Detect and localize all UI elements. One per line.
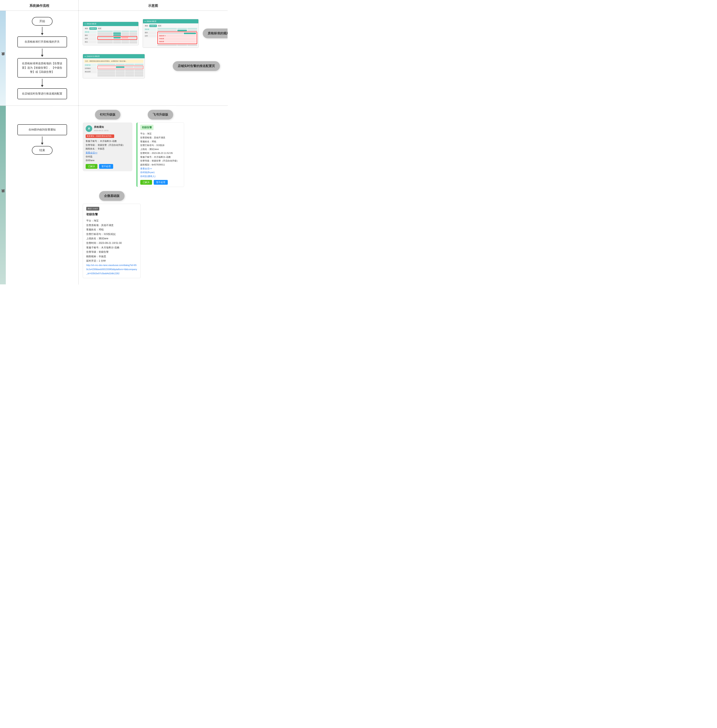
dingtalk-actions: 已解决 暂不处理: [85, 164, 130, 169]
screenshot-nav-1: 概览 质检标准 配置: [84, 27, 137, 30]
nav-item-2: 质检标准: [89, 27, 97, 30]
feishu-mention2: 你何彭(拥有人): [140, 174, 181, 178]
feishu-platform: 平台：淘宝: [140, 132, 181, 136]
feishu-upline: 上线名：测试Jane: [140, 147, 181, 151]
feishu-card: 初级告警 平台：淘宝 告警质检项：其他不满意 客服姓名：邓锐 告警打标语句：31…: [137, 122, 184, 187]
team-demo-area: 钉钉升级版 质 质检通知 2023-09-21 19:51 配置通知（初级告警自…: [79, 106, 227, 284]
flow-start-text: 开始: [39, 20, 45, 23]
wecom-card: 测试7.3 8OT 初级告警 平台：淘宝 告警质检项：其他不满意 客服姓名：邓锐…: [83, 204, 141, 279]
sidebar-quality-label: 质检组: [0, 11, 6, 105]
flow-start: 开始: [32, 17, 53, 26]
wecom-label-text: 企微基础版: [104, 194, 120, 198]
dingtalk-name: 质检通知: [94, 125, 108, 129]
dingtalk-header: 质 质检通知 2023-09-21 19:51: [85, 125, 130, 133]
wecom-field3: 客服姓名：邓锐: [86, 227, 137, 232]
flow-step2-text: 在质检标准将该质检项的【告警设置】选为【初级告警】、【中级告警】或【高级告警】: [22, 62, 62, 74]
label-quality-rule: 质检标准的规则配置页: [203, 29, 227, 38]
sidebar-team-label: 团队成员: [0, 106, 6, 284]
feishu-link[interactable]: 查看会话>>: [140, 167, 181, 171]
wecom-field8: 告警等级：初级告警: [86, 250, 137, 254]
ellipse-dingtalk: 钉钉升级版: [95, 110, 121, 120]
flow-end-text: 结束: [39, 148, 45, 152]
screenshot-table-1: [98, 30, 137, 43]
wecom-field7: 客服子账号：木月瑞希尔-花檐: [86, 245, 137, 250]
arrow-1: [41, 27, 43, 35]
dingtalk-link[interactable]: 查看会话>>: [85, 151, 130, 155]
table-row-5: [98, 42, 137, 43]
arrow-3: [41, 79, 43, 87]
ellipse-feishu: 飞书升级版: [148, 110, 173, 120]
flow-step1: 在质检标准打开质检项的开关: [17, 37, 67, 47]
screenshot-highlight-1: [98, 36, 137, 40]
dingtalk-field3: 顾客姓名： 辛振思: [85, 147, 130, 151]
feishu-qc: 告警质检项：其他不满意: [140, 136, 181, 140]
header-row: 系统操作流程 示意图: [0, 0, 227, 11]
feishu-thread: 超前规划：tb437839011: [140, 163, 181, 167]
flow-step3: 在店铺实时告警进行推送规则配置: [17, 88, 67, 99]
quality-section: 质检组 开始 在质检标准打开质检项的开关 在质检标准将该质检项的【告警设置】选为: [0, 11, 227, 106]
flow-step2: 在质检标准将该质检项的【告警设置】选为【初级告警】、【中级告警】或【高级告警】: [17, 58, 67, 78]
table-row-2: [98, 34, 137, 36]
screenshot-topbar-2: ● 质检标准配置: [143, 19, 198, 23]
dingtalk-mention2: 你何lane: [85, 158, 130, 162]
dingtalk-avatar: 质: [85, 125, 92, 132]
feishu-service: 客服姓名：邓锐: [140, 140, 181, 143]
ellipse-shop-alert: 店铺实时告警的推送配置页: [173, 61, 220, 71]
feishu-resolve-button[interactable]: 已解决: [140, 180, 152, 185]
nav-item-1: 概览: [84, 27, 89, 30]
screenshot-right-1: [98, 30, 137, 44]
wecom-title: 初级告警: [86, 212, 137, 217]
arrow-4: [41, 137, 43, 145]
screenshot-quality-rule2: ● 质检标准配置 概览 质检标准 配置 质检项 规则: [143, 19, 198, 48]
dingtalk-label-text: 钉钉升级版: [100, 113, 116, 116]
feishu-level: 告警等级：初级告警（开启自动升级）: [140, 159, 181, 163]
ellipse-wecom: 企微基础版: [99, 191, 125, 201]
wecom-field1: 平台：淘宝: [86, 219, 137, 223]
quality-flow-col: 开始 在质检标准打开质检项的开关 在质检标准将该质检项的【告警设置】选为【初级告…: [6, 11, 79, 105]
dingtalk-skip-button[interactable]: 暂不处理: [99, 164, 113, 169]
demo-row-1: ● 质检标准配置 概览 质检标准 配置 质检项 规则: [83, 19, 227, 48]
wecom-field10: 延时开启：1 分钟: [86, 259, 137, 263]
left-title-text: 系统操作流程: [29, 4, 49, 8]
right-title-text: 示意图: [148, 4, 158, 8]
feishu-skip-button[interactable]: 暂不处理: [154, 180, 168, 185]
dingtalk-field2: 告警等级： 初级告警（开启自动升级）: [85, 143, 130, 147]
table-header-row: [98, 30, 137, 32]
dingtalk-card: 质 质检通知 2023-09-21 19:51 配置通知（初级告警自动升级） 客…: [83, 122, 133, 171]
dingtalk-group: 钉钉升级版 质 质检通知 2023-09-21 19:51 配置通知（初级告警自…: [83, 110, 133, 171]
wecom-field6: 告警时间：2023-09-21 19:51:30: [86, 241, 137, 245]
wecom-test-badge: 测试7.3 8OT: [86, 207, 99, 210]
table-row-1: [98, 32, 137, 34]
screenshot-leftmenu-1: 质检项 规则 告警 推送: [84, 30, 97, 44]
feishu-title: 初级告警: [140, 125, 154, 130]
wecom-link[interactable]: http://xh-mc-dev-lane.xiaoduoai.com/dial…: [86, 263, 137, 276]
flow-end: 结束: [32, 146, 53, 155]
screenshot-body-1: 概览 质检标准 配置 质检项 规则 告警 推送: [83, 26, 139, 45]
dingtalk-resolve-button[interactable]: 已解决: [85, 164, 98, 169]
feishu-account: 客服子账号：木月瑞希尔-花檐: [140, 155, 181, 159]
feishu-group: 飞书升级版 初级告警 平台：淘宝 告警质检项：其他不满意 客服姓名：邓锐 告警打…: [137, 110, 184, 187]
highlight-dropdown: 初级告警 ▼ 中级告警 高级告警: [157, 32, 197, 44]
flow-step3-text: 在店铺实时告警进行推送规则配置: [22, 92, 62, 95]
notification-cards-row: 钉钉升级版 质 质检通知 2023-09-21 19:51 配置通知（初级告警自…: [83, 110, 223, 278]
wecom-field9: 顾客昵称：辛振思: [86, 254, 137, 259]
dingtalk-time: 2023-09-21 19:51: [94, 129, 108, 132]
dingtalk-tag: 配置通知（初级告警自动升级）: [85, 134, 114, 138]
page-wrapper: 系统操作流程 示意图 质检组 开始 在质检标准打开质检项的开关: [0, 0, 227, 284]
team-flow-col: 在IM群内收到告警通知 结束: [6, 106, 79, 284]
highlight-row: [98, 65, 143, 69]
flow-step4-text: 在IM群内收到告警通知: [29, 128, 56, 131]
quality-rule-label-text: 质检标准的规则配置页: [208, 32, 227, 35]
label-shop-alert: 店铺实时告警的推送配置页: [149, 61, 227, 71]
quality-demo-area: ● 质检标准配置 概览 质检标准 配置 质检项 规则: [79, 11, 227, 105]
team-section: 团队成员 在IM群内收到告警通知 结束 钉钉: [0, 106, 227, 284]
feishu-actions: 已解决 暂不处理: [140, 180, 181, 185]
feishu-time: 告警时间：2023-08-23 11:52:05: [140, 151, 181, 155]
wecom-field2: 告警质检项：其他不满意: [86, 223, 137, 228]
wecom-field5: 上线姓名：测试lane: [86, 236, 137, 241]
demo-row-2: ● 店铺实时告警配置 注意：请配置推送规则以接收告警通知，如需配置多个推送对象.…: [83, 54, 227, 78]
ellipse-quality-rule: 质检标准的规则配置页: [203, 29, 227, 38]
screenshot-shop-alert: ● 店铺实时告警配置 注意：请配置推送规则以接收告警通知，如需配置多个推送对象.…: [83, 54, 145, 78]
feishu-label-text: 飞书升级版: [153, 113, 168, 116]
screenshot-quality-rule: ● 质检标准配置 概览 质检标准 配置 质检项 规则: [83, 22, 139, 45]
